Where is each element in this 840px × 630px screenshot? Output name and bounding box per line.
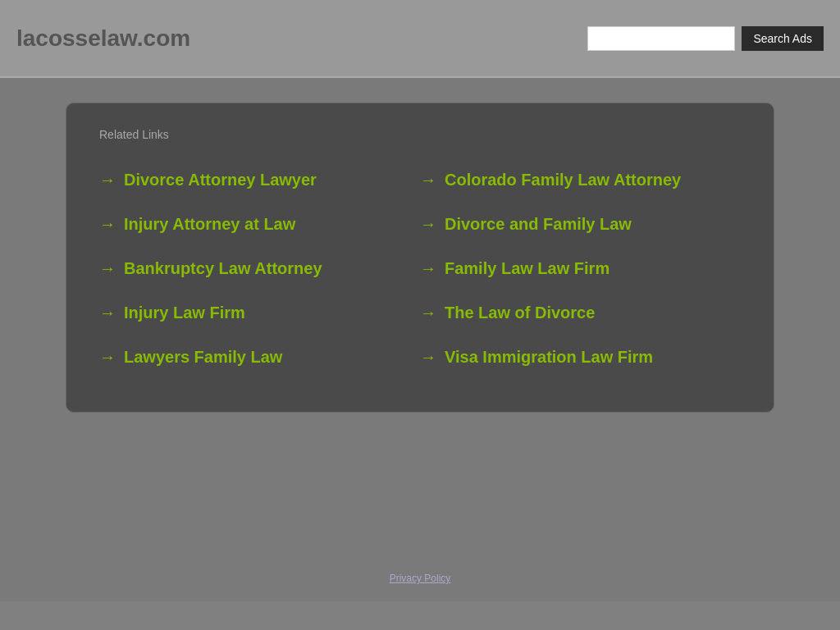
arrow-icon: → xyxy=(99,304,116,322)
related-links-card: Related Links → Divorce Attorney Lawyer … xyxy=(66,103,774,413)
link-text[interactable]: Family Law Law Firm xyxy=(445,258,609,279)
list-item[interactable]: → Divorce and Family Law xyxy=(420,202,741,246)
list-item[interactable]: → Colorado Family Law Attorney xyxy=(420,158,741,202)
list-item[interactable]: → Injury Attorney at Law xyxy=(99,202,420,246)
arrow-icon: → xyxy=(420,171,436,189)
list-item[interactable]: → Injury Law Firm xyxy=(99,290,420,335)
main-content: Related Links → Divorce Attorney Lawyer … xyxy=(0,78,840,554)
link-text[interactable]: Divorce and Family Law xyxy=(445,213,632,235)
site-title: lacosselaw.com xyxy=(16,25,190,52)
search-area: Search Ads xyxy=(587,26,824,51)
search-button[interactable]: Search Ads xyxy=(742,26,824,51)
link-text[interactable]: The Law of Divorce xyxy=(445,302,595,323)
links-grid: → Divorce Attorney Lawyer → Colorado Fam… xyxy=(99,158,741,379)
arrow-icon: → xyxy=(420,215,436,234)
link-text[interactable]: Injury Law Firm xyxy=(124,302,245,323)
link-text[interactable]: Injury Attorney at Law xyxy=(124,213,295,235)
search-input[interactable] xyxy=(587,26,735,51)
privacy-policy-link[interactable]: Privacy Policy xyxy=(390,573,451,584)
link-text[interactable]: Colorado Family Law Attorney xyxy=(445,169,681,190)
arrow-icon: → xyxy=(99,348,116,367)
link-text[interactable]: Divorce Attorney Lawyer xyxy=(124,169,317,190)
list-item[interactable]: → Family Law Law Firm xyxy=(420,246,741,290)
list-item[interactable]: → Bankruptcy Law Attorney xyxy=(99,246,420,290)
list-item[interactable]: → Visa Immigration Law Firm xyxy=(420,335,741,379)
link-text[interactable]: Visa Immigration Law Firm xyxy=(445,346,653,368)
arrow-icon: → xyxy=(420,348,436,367)
header: lacosselaw.com Search Ads xyxy=(0,0,840,78)
list-item[interactable]: → Lawyers Family Law xyxy=(99,335,420,379)
related-links-label: Related Links xyxy=(99,128,741,141)
arrow-icon: → xyxy=(99,259,116,278)
link-text[interactable]: Lawyers Family Law xyxy=(124,346,282,368)
list-item[interactable]: → The Law of Divorce xyxy=(420,290,741,335)
arrow-icon: → xyxy=(99,215,116,234)
footer: Privacy Policy xyxy=(0,554,840,601)
link-text[interactable]: Bankruptcy Law Attorney xyxy=(124,258,322,279)
arrow-icon: → xyxy=(420,304,436,322)
arrow-icon: → xyxy=(99,171,116,189)
arrow-icon: → xyxy=(420,259,436,278)
list-item[interactable]: → Divorce Attorney Lawyer xyxy=(99,158,420,202)
